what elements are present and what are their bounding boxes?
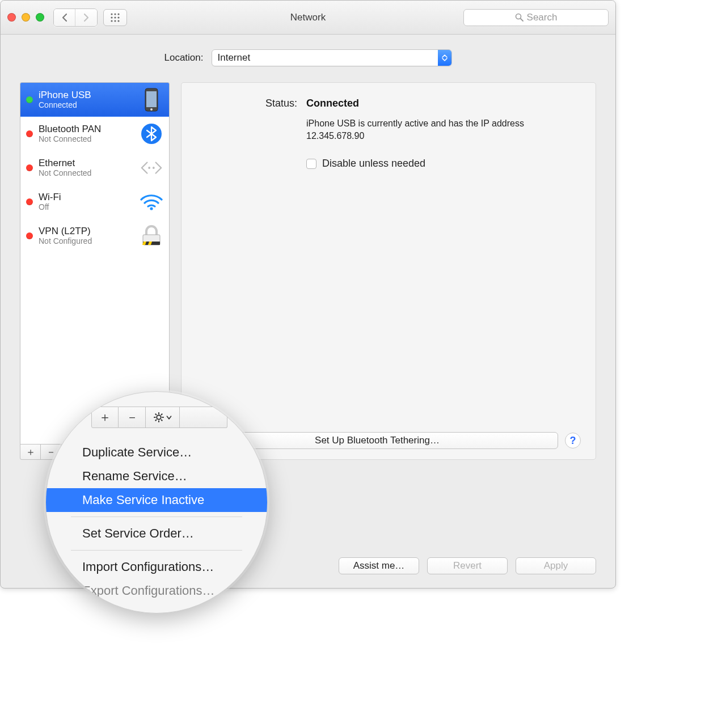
service-status: Not Configured bbox=[39, 236, 134, 246]
setup-tethering-label: Set Up Bluetooth Tethering… bbox=[315, 435, 440, 446]
service-item-vpn[interactable]: VPN (L2TP) Not Configured bbox=[20, 219, 169, 253]
svg-point-5 bbox=[117, 16, 119, 18]
svg-point-32 bbox=[157, 415, 161, 420]
service-status: Connected bbox=[39, 100, 134, 109]
select-arrows-icon bbox=[438, 50, 451, 66]
service-text: VPN (L2TP) Not Configured bbox=[39, 226, 134, 246]
detail-panel: Status: Connected iPhone USB is currentl… bbox=[181, 82, 596, 460]
svg-point-8 bbox=[117, 20, 119, 22]
service-text: Ethernet Not Connected bbox=[39, 158, 134, 178]
disable-checkbox[interactable] bbox=[306, 159, 316, 169]
service-item-bluetooth-pan[interactable]: Bluetooth PAN Not Connected bbox=[20, 117, 169, 151]
service-text: Bluetooth PAN Not Connected bbox=[39, 124, 134, 144]
menu-make-service-inactive[interactable]: Make Service Inactive bbox=[46, 488, 267, 512]
revert-label: Revert bbox=[453, 560, 482, 572]
location-row: Location: Internet bbox=[20, 49, 596, 66]
show-all-button[interactable] bbox=[103, 9, 127, 26]
svg-line-38 bbox=[161, 420, 162, 421]
status-dot-icon bbox=[26, 198, 33, 205]
service-text: iPhone USB Connected bbox=[39, 90, 134, 110]
gear-menu-button-zoom[interactable] bbox=[146, 407, 180, 428]
location-select[interactable]: Internet bbox=[212, 49, 452, 66]
menu-import-configurations[interactable]: Import Configurations… bbox=[46, 555, 267, 579]
ethernet-icon bbox=[140, 156, 163, 180]
titlebar: Network Search bbox=[1, 1, 615, 35]
svg-line-40 bbox=[155, 420, 157, 421]
service-status: Not Connected bbox=[39, 168, 134, 177]
svg-line-39 bbox=[161, 414, 162, 415]
location-label: Location: bbox=[164, 52, 204, 64]
minimize-button[interactable] bbox=[22, 13, 30, 22]
svg-rect-12 bbox=[146, 91, 157, 107]
detail-bottom: Set Up Bluetooth Tethering… ? bbox=[196, 432, 581, 449]
gear-icon bbox=[153, 412, 164, 423]
status-dot-icon bbox=[26, 96, 33, 103]
status-dot-icon bbox=[26, 232, 33, 239]
menu-rename-service[interactable]: Rename Service… bbox=[46, 464, 267, 488]
svg-line-37 bbox=[155, 414, 157, 415]
lock-icon bbox=[140, 224, 163, 248]
service-name: Wi-Fi bbox=[39, 192, 134, 203]
menu-set-service-order[interactable]: Set Service Order… bbox=[46, 522, 267, 545]
service-name: Ethernet bbox=[39, 158, 134, 169]
chevron-down-icon bbox=[166, 416, 172, 420]
assist-button[interactable]: Assist me… bbox=[339, 557, 419, 574]
status-dot-icon bbox=[26, 130, 33, 137]
svg-point-15 bbox=[148, 167, 150, 169]
service-item-iphone-usb[interactable]: iPhone USB Connected bbox=[20, 83, 169, 117]
menu-separator bbox=[71, 517, 242, 517]
svg-point-4 bbox=[114, 16, 116, 18]
service-name: iPhone USB bbox=[39, 90, 134, 101]
svg-point-16 bbox=[153, 167, 155, 169]
remove-service-button-zoom[interactable]: － bbox=[119, 407, 146, 428]
svg-point-0 bbox=[111, 13, 112, 15]
service-item-wifi[interactable]: Wi-Fi Off bbox=[20, 185, 169, 219]
grid-icon bbox=[110, 12, 120, 23]
svg-point-7 bbox=[114, 20, 116, 22]
nav-back-forward bbox=[53, 9, 98, 27]
assist-label: Assist me… bbox=[353, 560, 405, 572]
close-button[interactable] bbox=[7, 13, 16, 22]
zoom-button[interactable] bbox=[36, 13, 44, 22]
service-status: Off bbox=[39, 202, 134, 211]
search-placeholder: Search bbox=[527, 12, 558, 23]
location-value: Internet bbox=[218, 52, 251, 64]
service-name: Bluetooth PAN bbox=[39, 124, 134, 135]
menu-separator bbox=[71, 550, 242, 551]
svg-line-10 bbox=[521, 19, 523, 21]
status-dot-icon bbox=[26, 164, 33, 171]
bottom-buttons: Assist me… Revert Apply bbox=[339, 557, 596, 574]
service-name: VPN (L2TP) bbox=[39, 226, 134, 237]
service-status: Not Connected bbox=[39, 134, 134, 143]
svg-point-1 bbox=[114, 13, 116, 15]
service-text: Wi-Fi Off bbox=[39, 192, 134, 212]
zoomed-footer: ＋ － bbox=[91, 407, 227, 428]
help-button[interactable]: ? bbox=[565, 433, 581, 448]
search-field[interactable]: Search bbox=[463, 9, 609, 26]
service-item-ethernet[interactable]: Ethernet Not Connected bbox=[20, 151, 169, 185]
svg-point-6 bbox=[111, 20, 112, 22]
status-row: Status: Connected bbox=[196, 98, 581, 109]
wifi-icon bbox=[140, 190, 163, 214]
menu-duplicate-service[interactable]: Duplicate Service… bbox=[46, 441, 267, 464]
content: Location: Internet iPhone USB Connected bbox=[1, 35, 615, 473]
status-label: Status: bbox=[196, 98, 297, 109]
apply-label: Apply bbox=[544, 560, 568, 572]
zoom-magnifier: ＋ － Duplicate Service… Rename Service… M… bbox=[45, 391, 268, 613]
back-button[interactable] bbox=[54, 9, 75, 26]
svg-point-2 bbox=[117, 13, 119, 15]
svg-point-3 bbox=[111, 16, 112, 18]
chevron-right-icon bbox=[83, 13, 90, 22]
svg-point-9 bbox=[516, 14, 521, 19]
revert-button[interactable]: Revert bbox=[427, 557, 508, 574]
search-icon bbox=[515, 13, 524, 22]
add-service-button[interactable]: ＋ bbox=[20, 445, 41, 459]
status-value: Connected bbox=[306, 98, 359, 109]
forward-button[interactable] bbox=[75, 9, 97, 26]
add-service-button-zoom[interactable]: ＋ bbox=[91, 407, 119, 428]
disable-checkbox-row[interactable]: Disable unless needed bbox=[306, 158, 581, 170]
svg-point-17 bbox=[150, 207, 153, 210]
status-description: iPhone USB is currently active and has t… bbox=[306, 117, 556, 142]
service-list[interactable]: iPhone USB Connected Bluetooth PAN Not C… bbox=[20, 82, 170, 445]
apply-button[interactable]: Apply bbox=[516, 557, 596, 574]
